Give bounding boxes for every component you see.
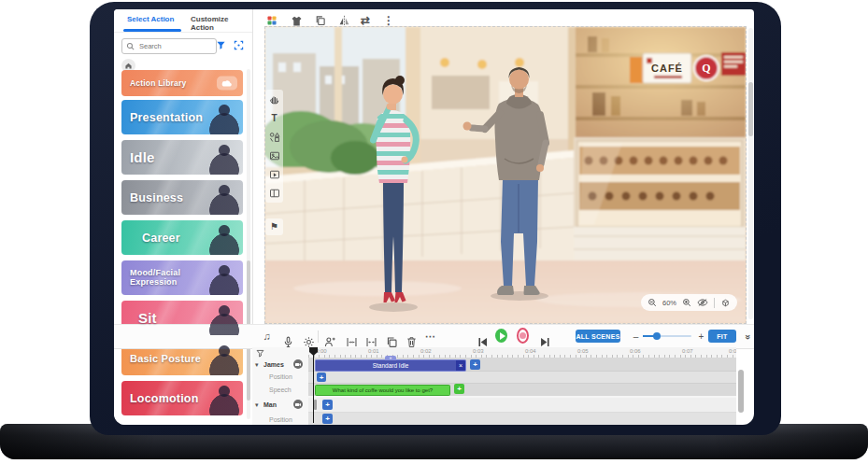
filter-icon[interactable]	[216, 40, 226, 50]
cloud-icon[interactable]	[217, 77, 237, 91]
play-button[interactable]	[495, 330, 507, 342]
slider-knob[interactable]	[653, 332, 661, 340]
playhead-line[interactable]	[313, 347, 314, 423]
remove-frames-icon[interactable]	[365, 330, 377, 343]
category-career[interactable]: Career	[121, 220, 243, 255]
hide-ui-eye-icon[interactable]	[697, 298, 708, 307]
category-thumbnail	[200, 180, 241, 215]
timeline-scrollbar-thumb[interactable]	[738, 370, 744, 413]
category-label: Locomotion	[121, 392, 199, 405]
pan-hand-icon[interactable]	[268, 93, 280, 105]
category-presentation[interactable]: Presentation	[121, 100, 243, 134]
audio-track-icon[interactable]: ♫	[261, 330, 273, 343]
skip-start-button[interactable]	[477, 330, 489, 343]
mirror-flip-icon[interactable]	[337, 14, 350, 27]
tab-customize-action[interactable]: Customize Action	[191, 15, 252, 32]
speech-clip-label: What kind of coffe would you like to get…	[333, 387, 433, 393]
zoom-out-icon[interactable]	[647, 298, 657, 307]
category-mood-facial-expression[interactable]: Mood/Facial Expression	[121, 260, 243, 295]
speech-clip[interactable]: What kind of coffe would you like to get…	[315, 385, 450, 396]
record-button[interactable]	[517, 330, 529, 342]
tab-select-action[interactable]: Select Action	[127, 15, 174, 23]
clip-close-icon[interactable]: ×	[456, 360, 465, 371]
timeline-zoom-in[interactable]: +	[695, 330, 707, 343]
viewport-scrollbar[interactable]	[748, 28, 753, 319]
ruler-label: 0:08	[729, 348, 736, 354]
track-lane-man-position[interactable]	[308, 413, 736, 425]
flag-marker-icon[interactable]: ⚑	[268, 221, 280, 233]
category-thumbnail	[200, 341, 241, 375]
zoom-in-icon[interactable]	[682, 298, 691, 307]
text-tool-icon[interactable]: T	[268, 112, 280, 124]
character-effect-icon[interactable]	[324, 330, 336, 343]
collapse-caret-icon[interactable]: ▾	[255, 361, 259, 369]
flag-toolstrip: ⚑	[265, 218, 283, 235]
category-list: Action Library Presentation Idle Busines…	[114, 67, 252, 425]
track-name-position[interactable]: Position	[269, 373, 292, 380]
add-position-key-button[interactable]: +	[317, 373, 326, 382]
search-input[interactable]	[137, 41, 212, 51]
track-name-james[interactable]: James	[263, 361, 284, 368]
search-icon	[126, 42, 135, 50]
action-clip[interactable]: + Standard Idle ×	[315, 359, 466, 372]
category-label: Idle	[121, 149, 155, 165]
search-box[interactable]	[121, 38, 217, 54]
ruler-label: 0:03	[473, 348, 484, 354]
ruler-label: 0:01	[368, 348, 379, 354]
camera-view-cube-icon[interactable]	[720, 298, 731, 308]
category-action-library[interactable]: Action Library	[121, 70, 243, 96]
track-lane-man[interactable]	[308, 398, 736, 413]
track-camera-icon[interactable]	[293, 359, 303, 369]
timeline-zoom-out[interactable]: –	[630, 330, 642, 343]
collapse-timeline-icon[interactable]: »	[741, 330, 753, 343]
app-window: Select Action Customize Action	[114, 9, 754, 425]
category-locomotion[interactable]: Locomotion	[121, 381, 243, 415]
more-tools-icon[interactable]: ⋯	[424, 330, 436, 343]
fit-view-icon[interactable]	[234, 40, 244, 50]
video-tool-icon[interactable]	[268, 168, 280, 180]
image-tool-icon[interactable]	[268, 149, 280, 162]
clip-stub[interactable]	[314, 400, 317, 410]
cafe-logo-letter: Q	[702, 62, 710, 75]
category-label: Business	[121, 191, 183, 204]
outfit-icon[interactable]	[290, 14, 303, 27]
microphone-icon[interactable]	[282, 330, 294, 343]
panel-scrollbar[interactable]	[247, 69, 250, 419]
category-label: Presentation	[121, 111, 203, 124]
add-man-position-button[interactable]: +	[322, 414, 333, 424]
add-action-button[interactable]: +	[470, 359, 480, 370]
insert-frames-icon[interactable]	[346, 330, 358, 343]
skip-end-button[interactable]	[539, 330, 551, 343]
category-idle[interactable]: Idle	[121, 140, 243, 175]
track-lane-james-position[interactable]	[308, 372, 736, 384]
add-transition-tab[interactable]: +	[385, 356, 396, 360]
copy-clip-icon[interactable]	[386, 330, 398, 343]
track-name-man[interactable]: Man	[263, 401, 277, 408]
add-man-action-button[interactable]: +	[322, 400, 333, 410]
add-speech-button[interactable]: +	[454, 384, 464, 394]
viewport-stage[interactable]: CAFÉ Q	[264, 26, 747, 324]
timeline-zoom-slider[interactable]	[643, 335, 691, 337]
ruler-label: 0:07	[682, 348, 693, 354]
swap-icon[interactable]: ⇄	[359, 14, 372, 27]
ruler-label: 0:04	[525, 348, 536, 354]
duplicate-icon[interactable]	[314, 14, 327, 27]
track-camera-icon[interactable]	[293, 400, 303, 409]
action-clip-label: Standard Idle	[373, 362, 409, 369]
shapes-tool-icon[interactable]	[268, 131, 280, 143]
category-label: Action Library	[121, 78, 186, 88]
split-view-icon[interactable]	[268, 187, 280, 199]
category-business[interactable]: Business	[121, 180, 243, 215]
track-name-position2[interactable]: Position	[269, 416, 292, 423]
delete-clip-icon[interactable]	[406, 330, 418, 343]
track-name-speech[interactable]: Speech	[269, 387, 292, 393]
viewport-scrollbar-thumb[interactable]	[748, 82, 753, 136]
track-filter-icon[interactable]	[256, 349, 264, 358]
more-menu-icon[interactable]: ⋮	[382, 14, 395, 27]
collapse-caret-icon[interactable]: ▾	[255, 401, 259, 409]
fit-button[interactable]: FIT	[708, 330, 736, 343]
material-palette-icon[interactable]	[265, 14, 278, 27]
category-label: Mood/Facial Expression	[121, 269, 199, 287]
render-light-icon[interactable]	[303, 330, 315, 343]
all-scenes-button[interactable]: ALL SCENES	[576, 330, 620, 343]
